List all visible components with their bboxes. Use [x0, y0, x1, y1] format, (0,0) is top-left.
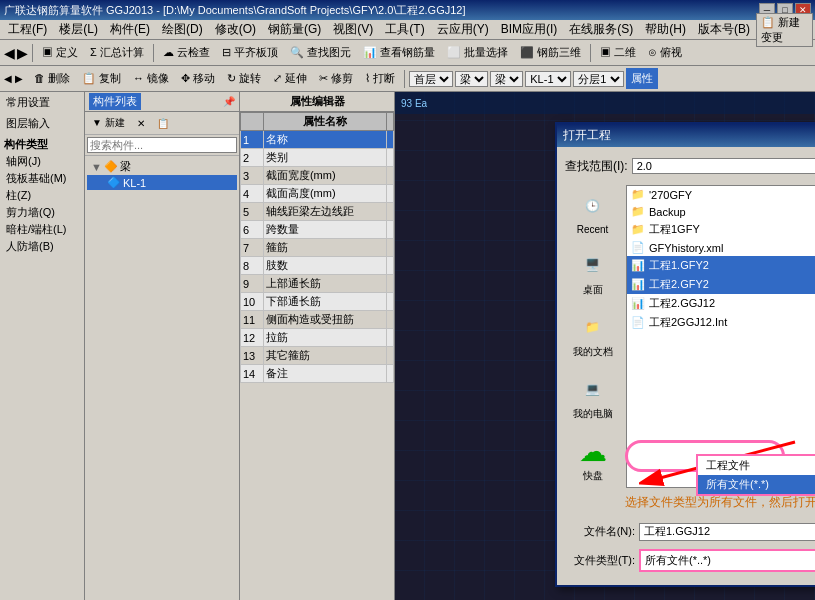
file-icon-gfyhistory: 📄	[631, 241, 645, 254]
mydocs-icon: 📁	[577, 311, 609, 343]
move-btn[interactable]: ✥ 移动	[176, 68, 220, 89]
trim-btn[interactable]: ✂ 修剪	[314, 68, 358, 89]
prop-row-13[interactable]: 14备注	[241, 365, 394, 383]
left-item-darkwall[interactable]: 暗柱/端柱(L)	[2, 221, 82, 238]
layer-select[interactable]: 分层1	[573, 71, 624, 87]
menu-yunyingyong[interactable]: 云应用(Y)	[431, 19, 495, 40]
tree-item-beam[interactable]: ▼ 🔶 梁	[87, 158, 237, 175]
prop-row-12[interactable]: 13其它箍筋	[241, 347, 394, 365]
prop-val-10	[387, 311, 394, 329]
prop-row-5[interactable]: 6跨数量	[241, 221, 394, 239]
dropdown-item-project[interactable]: 工程文件	[698, 456, 815, 475]
menu-louceng[interactable]: 楼层(L)	[53, 19, 104, 40]
find-element-btn[interactable]: 🔍 查找图元	[285, 42, 356, 63]
prop-name-8: 上部通长筋	[263, 275, 386, 293]
comp-name-select[interactable]: KL-1	[525, 71, 571, 87]
left-item-raft[interactable]: 筏板基础(M)	[2, 170, 82, 187]
batch-select-btn[interactable]: ⬜ 批量选择	[442, 42, 513, 63]
2d-btn[interactable]: ▣ 二维	[595, 42, 641, 63]
prop-name-6: 箍筋	[263, 239, 386, 257]
sidebar-desktop[interactable]: 🖥️ 桌面	[565, 244, 620, 302]
file-item-gfyhistory[interactable]: 📄 GFYhistory.xml	[627, 239, 815, 256]
comp-panel-pin[interactable]: 📌	[223, 96, 235, 107]
left-item-column[interactable]: 柱(Z)	[2, 187, 82, 204]
prop-row-8[interactable]: 9上部通长筋	[241, 275, 394, 293]
menu-gongcheng[interactable]: 工程(F)	[2, 19, 53, 40]
comp-search-input[interactable]	[87, 137, 237, 153]
rotate-btn[interactable]: ↻ 旋转	[222, 68, 266, 89]
menu-gongju[interactable]: 工具(T)	[379, 19, 430, 40]
comp-subtype-select[interactable]: 梁	[490, 71, 523, 87]
break-btn[interactable]: ⌇ 打断	[360, 68, 400, 89]
menu-xiugai[interactable]: 修改(O)	[209, 19, 262, 40]
prop-row-4[interactable]: 5轴线距梁左边线距	[241, 203, 394, 221]
sidebar-mycomputer[interactable]: 💻 我的电脑	[565, 368, 620, 426]
menu-zaixianfuwu[interactable]: 在线服务(S)	[563, 19, 639, 40]
file-icon-ggj12int: 📄	[631, 316, 645, 329]
sidebar-recent[interactable]: 🕒 Recent	[565, 185, 620, 240]
level-plate-btn[interactable]: ⊟ 平齐板顶	[217, 42, 283, 63]
attr-btn[interactable]: 属性	[626, 68, 658, 89]
delete-btn[interactable]: 🗑 删除	[29, 68, 75, 89]
extend-btn[interactable]: ⤢ 延伸	[268, 68, 312, 89]
left-item-input[interactable]: 图层输入	[2, 115, 82, 132]
sum-btn[interactable]: Σ 汇总计算	[85, 42, 149, 63]
prop-val-1	[387, 149, 394, 167]
filename-input[interactable]	[639, 523, 815, 541]
file-item-gfy2-2[interactable]: 📊 工程2.GFY2	[627, 275, 815, 294]
tree-item-kl1[interactable]: 🔷 KL-1	[87, 175, 237, 190]
dropdown-item-all[interactable]: 所有文件(*.*)	[698, 475, 815, 494]
file-item-ggj12[interactable]: 📊 工程2.GGJ12	[627, 294, 815, 313]
define-btn[interactable]: ▣ 定义	[37, 42, 83, 63]
file-item-270gfy[interactable]: 📁 '270GFY	[627, 186, 815, 203]
menu-gangjinliang[interactable]: 钢筋量(G)	[262, 19, 327, 40]
file-item-gfy2-1[interactable]: 📊 工程1.GFY2	[627, 256, 815, 275]
floor-select[interactable]: 首层	[409, 71, 453, 87]
prop-row-10[interactable]: 11侧面构造或受扭筋	[241, 311, 394, 329]
filetype-combo[interactable]: 所有文件(*..*) ▼	[639, 549, 815, 572]
prop-row-1[interactable]: 2类别	[241, 149, 394, 167]
file-name-gfy2-2: 工程2.GFY2	[649, 277, 709, 292]
copy-btn[interactable]: 📋 复制	[77, 68, 126, 89]
file-name-gfy1: 工程1GFY	[649, 222, 700, 237]
menu-shitu[interactable]: 视图(V)	[327, 19, 379, 40]
prop-row-3[interactable]: 4截面高度(mm)	[241, 185, 394, 203]
left-item-airwall[interactable]: 人防墙(B)	[2, 238, 82, 255]
location-combo[interactable]: 2.0 ▼	[632, 158, 815, 174]
mycomputer-icon: 💻	[577, 373, 609, 405]
menu-banben[interactable]: 版本号(B)	[692, 19, 756, 40]
menu-huitu[interactable]: 绘图(D)	[156, 19, 209, 40]
prop-name-0: 名称	[263, 131, 386, 149]
cloud-check-btn[interactable]: ☁ 云检查	[158, 42, 215, 63]
left-item-axis[interactable]: 轴网(J)	[2, 153, 82, 170]
left-item-shearwall[interactable]: 剪力墙(Q)	[2, 204, 82, 221]
file-item-backup[interactable]: 📁 Backup	[627, 203, 815, 220]
menu-bim[interactable]: BIM应用(I)	[495, 19, 564, 40]
prop-num-1: 2	[241, 149, 264, 167]
prop-row-2[interactable]: 3截面宽度(mm)	[241, 167, 394, 185]
menu-goujian[interactable]: 构件(E)	[104, 19, 156, 40]
top-view-btn[interactable]: ⊙ 俯视	[643, 42, 687, 63]
nav-fwd-btn[interactable]: ▶	[17, 45, 28, 61]
comp-copy-btn[interactable]: 📋	[152, 114, 174, 132]
view-steel-btn[interactable]: 📊 查看钢筋量	[358, 42, 440, 63]
file-item-ggj12int[interactable]: 📄 工程2GGJ12.Int	[627, 313, 815, 332]
nav-back-btn[interactable]: ◀	[4, 45, 15, 61]
new-change-btn[interactable]: 📋 新建变更	[756, 13, 813, 47]
prop-row-0[interactable]: 1名称	[241, 131, 394, 149]
prop-row-9[interactable]: 10下部通长筋	[241, 293, 394, 311]
prop-row-6[interactable]: 7箍筋	[241, 239, 394, 257]
file-item-gfy1[interactable]: 📁 工程1GFY	[627, 220, 815, 239]
prop-row-11[interactable]: 12拉筋	[241, 329, 394, 347]
sidebar-kuaipan[interactable]: ☁ 快盘	[565, 430, 620, 488]
comp-new-btn[interactable]: ▼ 新建	[87, 114, 130, 132]
steel-3d-btn[interactable]: ⬛ 钢筋三维	[515, 42, 586, 63]
comp-del-btn[interactable]: ✕	[132, 114, 150, 132]
prop-row-7[interactable]: 8肢数	[241, 257, 394, 275]
left-item-settings[interactable]: 常用设置	[2, 94, 82, 111]
prop-num-12: 13	[241, 347, 264, 365]
comp-type-select[interactable]: 梁	[455, 71, 488, 87]
sidebar-mydocs[interactable]: 📁 我的文档	[565, 306, 620, 364]
menu-bangzhu[interactable]: 帮助(H)	[639, 19, 692, 40]
mirror-btn[interactable]: ↔ 镜像	[128, 68, 174, 89]
